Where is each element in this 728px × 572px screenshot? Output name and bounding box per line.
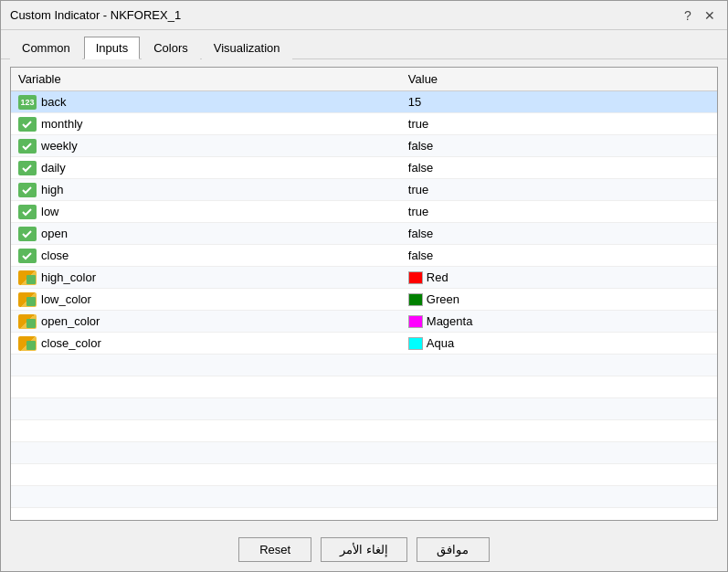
- value-cell: Aqua: [401, 333, 717, 355]
- color-swatch: [408, 337, 423, 350]
- empty-row: [11, 398, 717, 420]
- num-icon: 123: [18, 95, 37, 110]
- bool-icon: [18, 161, 37, 175]
- color-icon: [18, 336, 37, 351]
- value-text: false: [408, 161, 433, 175]
- empty-row: [11, 355, 717, 376]
- help-button[interactable]: ?: [680, 7, 696, 24]
- variable-name: open: [41, 227, 68, 240]
- variable-cell: low: [11, 201, 401, 223]
- variable-cell: weekly: [11, 135, 401, 157]
- color-swatch: [408, 293, 423, 306]
- ok-button[interactable]: موافق: [417, 537, 490, 562]
- value-text: Aqua: [427, 336, 454, 350]
- variable-cell: open: [11, 223, 401, 245]
- value-cell: 15: [401, 91, 717, 113]
- value-text: true: [408, 117, 428, 131]
- bool-icon: [18, 205, 37, 219]
- value-cell: Red: [401, 267, 717, 289]
- variable-name: back: [41, 95, 66, 109]
- reset-button[interactable]: Reset: [238, 537, 311, 562]
- value-text: false: [408, 139, 433, 153]
- content-area: Variable Value 123back15 monthlytrue wee…: [1, 59, 727, 528]
- tab-common[interactable]: Common: [10, 37, 82, 59]
- color-swatch: [408, 315, 423, 328]
- tab-inputs[interactable]: Inputs: [84, 37, 140, 59]
- value-text: Magenta: [427, 314, 473, 328]
- value-text: true: [408, 183, 428, 196]
- table-row[interactable]: monthlytrue: [11, 113, 717, 135]
- variable-cell: daily: [11, 157, 401, 179]
- color-icon: [18, 314, 37, 329]
- value-cell: false: [401, 135, 717, 157]
- title-bar: Custom Indicator - NKFOREX_1 ? ✕: [1, 1, 727, 30]
- title-bar-buttons: ? ✕: [680, 7, 718, 24]
- variable-cell: close: [11, 245, 401, 267]
- variable-name: open_color: [41, 314, 100, 328]
- tab-colors[interactable]: Colors: [142, 37, 200, 59]
- empty-row: [11, 464, 717, 486]
- value-cell: false: [401, 245, 717, 267]
- variable-name: low: [41, 205, 59, 218]
- variable-name: low_color: [41, 292, 91, 306]
- table-row[interactable]: openfalse: [11, 223, 717, 245]
- dialog-title: Custom Indicator - NKFOREX_1: [10, 8, 181, 22]
- table-row[interactable]: close_colorAqua: [11, 333, 717, 355]
- bool-icon: [18, 183, 37, 197]
- table-row[interactable]: lowtrue: [11, 201, 717, 223]
- value-cell: true: [401, 201, 717, 223]
- variable-cell: 123back: [11, 91, 401, 113]
- value-text: true: [408, 205, 428, 218]
- value-cell: Magenta: [401, 311, 717, 333]
- table-row[interactable]: hightrue: [11, 179, 717, 201]
- value-text: false: [408, 249, 433, 262]
- variable-cell: high: [11, 179, 401, 201]
- dialog: Custom Indicator - NKFOREX_1 ? ✕ Common …: [0, 0, 728, 572]
- tabs: Common Inputs Colors Visualization: [1, 30, 727, 59]
- tab-visualization[interactable]: Visualization: [202, 37, 292, 59]
- cancel-button[interactable]: إلغاء الأمر: [321, 537, 407, 562]
- variable-name: close: [41, 249, 69, 262]
- variable-cell: close_color: [11, 333, 401, 355]
- table-row[interactable]: open_colorMagenta: [11, 311, 717, 333]
- value-text: Green: [427, 292, 459, 306]
- bool-icon: [18, 117, 37, 132]
- variable-cell: low_color: [11, 289, 401, 311]
- col-value-header: Value: [401, 68, 717, 91]
- inputs-table: Variable Value 123back15 monthlytrue wee…: [11, 68, 717, 508]
- empty-row: [11, 420, 717, 442]
- variable-name: weekly: [41, 139, 78, 153]
- color-swatch: [408, 271, 423, 284]
- bool-icon: [18, 139, 37, 154]
- variable-cell: monthly: [11, 113, 401, 135]
- value-text: false: [408, 227, 433, 240]
- empty-row: [11, 442, 717, 464]
- value-cell: Green: [401, 289, 717, 311]
- value-text: 15: [408, 95, 421, 109]
- value-cell: true: [401, 113, 717, 135]
- table-row[interactable]: low_colorGreen: [11, 289, 717, 311]
- value-text: Red: [427, 270, 448, 284]
- table-container: Variable Value 123back15 monthlytrue wee…: [10, 67, 718, 521]
- variable-name: daily: [41, 161, 66, 175]
- table-row[interactable]: 123back15: [11, 91, 717, 113]
- variable-cell: high_color: [11, 267, 401, 289]
- color-icon: [18, 292, 37, 307]
- variable-name: high_color: [41, 270, 96, 284]
- footer: Reset إلغاء الأمر موافق: [1, 528, 727, 571]
- empty-row: [11, 486, 717, 508]
- table-row[interactable]: high_colorRed: [11, 267, 717, 289]
- bool-icon: [18, 249, 37, 263]
- table-row[interactable]: weeklyfalse: [11, 135, 717, 157]
- col-variable-header: Variable: [11, 68, 401, 91]
- bool-icon: [18, 227, 37, 241]
- table-row[interactable]: closefalse: [11, 245, 717, 267]
- empty-row: [11, 376, 717, 398]
- value-cell: false: [401, 157, 717, 179]
- variable-name: monthly: [41, 117, 83, 131]
- table-row[interactable]: dailyfalse: [11, 157, 717, 179]
- close-button[interactable]: ✕: [702, 7, 718, 24]
- value-cell: true: [401, 179, 717, 201]
- color-icon: [18, 270, 37, 285]
- variable-name: close_color: [41, 336, 101, 350]
